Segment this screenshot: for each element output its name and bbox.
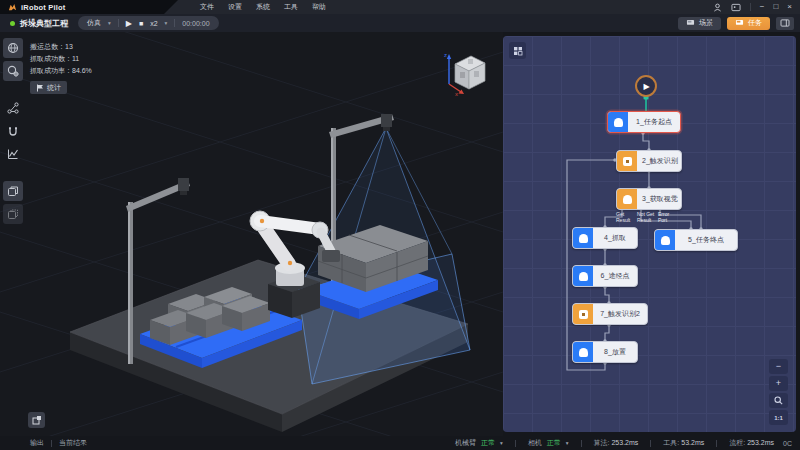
view-cube[interactable]: z x (441, 44, 491, 96)
copy-layout-button[interactable] (3, 181, 23, 201)
layers-paste-icon (7, 208, 19, 220)
port-label-get-result: Get Result (616, 212, 636, 224)
stat-success-count-label: 抓取成功数： (30, 55, 72, 62)
feedback-icon[interactable] (731, 3, 741, 12)
split-windows-icon (32, 415, 42, 425)
project-indicator: 拆垛典型工程 (6, 18, 68, 29)
flow-node-label: 7_触发识别2 (593, 304, 647, 324)
scene-settings-button[interactable] (3, 61, 23, 81)
globe-gear-icon (7, 65, 19, 77)
model-library-button[interactable] (3, 38, 23, 58)
main-content: 搬运总数：13 抓取成功数：11 抓取成功率：84.6% 统计 (0, 32, 800, 436)
tool-time-value: 53.2ms (681, 439, 704, 446)
menu-system[interactable]: 系统 (256, 2, 270, 12)
zoom-in-button[interactable]: + (769, 376, 788, 391)
current-result-tab[interactable]: 当前结果 (59, 438, 87, 448)
stat-total-label: 搬运总数： (30, 43, 65, 50)
play-button[interactable]: ▶ (126, 19, 132, 28)
scene-view-button[interactable]: 场景 (678, 17, 721, 30)
stop-button[interactable]: ■ (139, 20, 143, 27)
stat-success-count-value: 11 (72, 55, 79, 62)
statistics-button[interactable]: 统计 (30, 81, 67, 94)
flow-node-grab[interactable]: 4_抓取 (572, 227, 638, 249)
viewport-layout-button[interactable] (28, 412, 45, 428)
simulation-controls: 仿真 ▾ ▶ ■ x2 ▾ 00:00:00 (78, 16, 219, 30)
flow-node-trigger-recognition[interactable]: 2_触发识别 (616, 150, 682, 172)
flag-icon (36, 84, 44, 92)
output-tab[interactable]: 输出 (30, 438, 44, 448)
menu-file[interactable]: 文件 (200, 2, 214, 12)
status-divider (581, 440, 582, 447)
globe-icon (7, 42, 19, 54)
ime-indicator[interactable]: 0C (783, 440, 792, 447)
project-name: 拆垛典型工程 (20, 18, 68, 29)
task-view-button[interactable]: 任务 (727, 17, 770, 30)
tool-time-label: 工具: (663, 439, 679, 446)
flow-node-label: 4_抓取 (593, 228, 637, 248)
flow-node-trigger-recognition-2[interactable]: 7_触发识别2 (572, 303, 648, 325)
flow-node-task-start[interactable]: 1_任务起点 (607, 111, 681, 133)
zoom-out-button[interactable]: − (769, 359, 788, 374)
trigger-recognition-icon (617, 151, 637, 171)
camera-label: 相机 (528, 438, 542, 448)
camera-icon (623, 157, 632, 166)
stat-success-rate-label: 抓取成功率： (30, 67, 72, 74)
sim-divider (174, 19, 175, 27)
sim-divider (118, 19, 119, 27)
maximize-button[interactable]: □ (773, 3, 778, 11)
view-cube-body[interactable] (455, 56, 485, 89)
task-start-icon (608, 112, 628, 132)
window-controls: − □ × (713, 0, 800, 14)
flow-zoom-controls: − + 1:1 (769, 359, 788, 425)
chevron-down-icon[interactable]: ▾ (566, 440, 569, 446)
chevron-down-icon[interactable]: ▾ (165, 20, 168, 26)
menu-help[interactable]: 帮助 (312, 2, 326, 12)
app-logo-icon (8, 3, 17, 12)
sim-mode-select[interactable]: 仿真 (87, 18, 101, 28)
measure-chart-button[interactable] (3, 144, 23, 164)
task-end-icon (655, 230, 675, 250)
viewport-tool-rail (3, 38, 23, 225)
components-button[interactable] (3, 98, 23, 118)
menu-tools[interactable]: 工具 (284, 2, 298, 12)
menu-settings[interactable]: 设置 (228, 2, 242, 12)
paste-layout-button[interactable] (3, 204, 23, 224)
monitor-icon (686, 19, 695, 27)
flow-node-task-end[interactable]: 5_任务终点 (654, 229, 738, 251)
flow-node-place[interactable]: 8_放置 (572, 341, 638, 363)
node-palette-button[interactable] (509, 42, 526, 59)
rail-gap (3, 167, 23, 179)
zoom-search-button[interactable] (769, 393, 788, 408)
zoom-fit-button[interactable]: 1:1 (769, 410, 788, 425)
nodes-icon (7, 102, 19, 114)
minimize-button[interactable]: − (760, 3, 765, 11)
status-divider (51, 440, 52, 447)
flow-node-get-vision[interactable]: 3_获取视觉 (616, 188, 682, 210)
close-button[interactable]: × (787, 3, 792, 11)
stat-success-count: 抓取成功数：11 (30, 53, 92, 65)
stat-total-value: 13 (65, 43, 73, 50)
robot-arm-label: 机械臂 (455, 438, 476, 448)
algorithm-time-label: 算法: (594, 439, 610, 446)
user-icon[interactable] (713, 3, 722, 12)
flow-node-label: 2_触发识别 (637, 151, 683, 171)
chevron-down-icon[interactable]: ▾ (500, 440, 503, 446)
gripper-icon (579, 348, 588, 357)
menu-bar: 文件 设置 系统 工具 帮助 (178, 0, 326, 14)
flow-start-node[interactable]: ▶ (635, 75, 657, 97)
panel-toggle-button[interactable] (776, 17, 794, 30)
magnet-snap-button[interactable] (3, 121, 23, 141)
speed-select[interactable]: x2 (150, 20, 157, 27)
3d-viewport[interactable]: 搬运总数：13 抓取成功数：11 抓取成功率：84.6% 统计 (0, 32, 503, 436)
port-label-not-get-result: Not Get Result (637, 212, 657, 224)
task-flow-panel[interactable]: ▶ 1_任务起点 2_触发识别 3_获取视觉 Get Result Not Ge… (503, 36, 796, 432)
sidebar-panel-icon (780, 19, 790, 27)
get-vision-icon (617, 189, 637, 209)
play-icon: ▶ (643, 82, 649, 91)
flow-node-waypoint[interactable]: 6_途经点 (572, 265, 638, 287)
status-bar-left: 输出 当前结果 (8, 438, 87, 448)
toolbar: 拆垛典型工程 仿真 ▾ ▶ ■ x2 ▾ 00:00:00 场景 (0, 14, 800, 32)
gripper-icon (579, 234, 588, 243)
layers-copy-icon (7, 185, 19, 197)
chevron-down-icon[interactable]: ▾ (108, 20, 111, 26)
